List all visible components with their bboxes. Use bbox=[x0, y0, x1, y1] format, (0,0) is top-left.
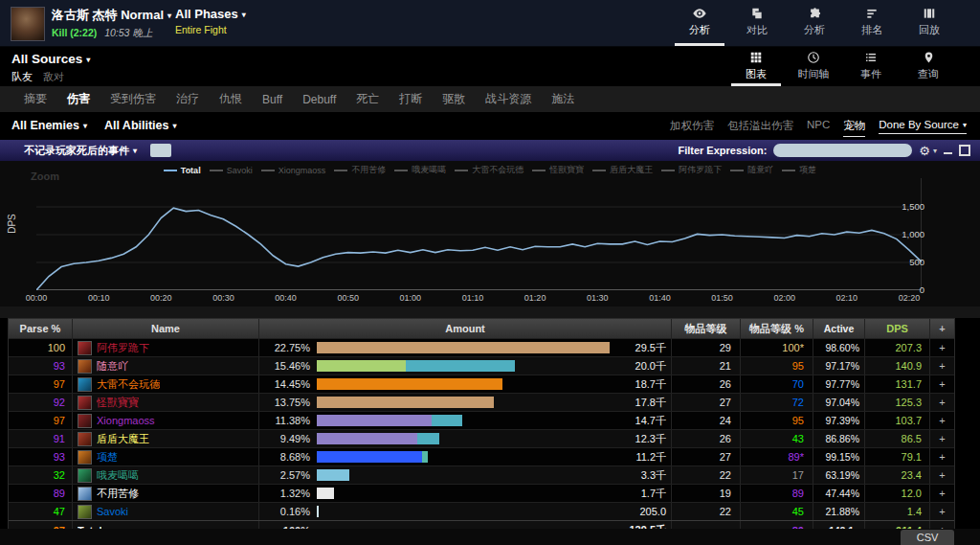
legend-item-Xiongmaoss[interactable]: Xiongmaoss bbox=[261, 166, 326, 175]
ilvl-parse-value[interactable]: 72 bbox=[792, 397, 804, 408]
parse-value[interactable]: 93 bbox=[54, 451, 65, 463]
column-header-+[interactable]: + bbox=[930, 319, 954, 338]
column-header-物品等级 %[interactable]: 物品等级 % bbox=[741, 319, 813, 338]
death-cutoff-input[interactable] bbox=[150, 144, 171, 157]
subnav-item-事件[interactable]: 事件 bbox=[842, 50, 900, 84]
tab-死亡[interactable]: 死亡 bbox=[356, 91, 379, 107]
tab-战斗资源[interactable]: 战斗资源 bbox=[485, 91, 531, 107]
expand-row-button[interactable]: + bbox=[930, 485, 954, 502]
ilvl-parse-value[interactable]: 45 bbox=[792, 506, 804, 517]
filter-link-Done By Source[interactable]: Done By Source bbox=[879, 119, 967, 134]
ilvl-parse-value[interactable]: 70 bbox=[792, 378, 804, 390]
parse-value[interactable]: 89 bbox=[54, 488, 65, 499]
ilvl-parse-value[interactable]: 89* bbox=[788, 451, 804, 463]
legend-item-不用苦修[interactable]: 不用苦修 bbox=[334, 164, 386, 176]
expand-row-button[interactable]: + bbox=[930, 503, 954, 520]
parse-value[interactable]: 93 bbox=[54, 360, 65, 372]
parse-value[interactable]: 92 bbox=[54, 397, 65, 408]
filter-link-宠物[interactable]: 宠物 bbox=[843, 119, 865, 137]
ilvl-parse-value[interactable]: 89 bbox=[792, 488, 804, 499]
tab-驱散[interactable]: 驱散 bbox=[442, 91, 465, 107]
friendlies-link[interactable]: 队友 bbox=[11, 71, 33, 82]
expand-row-button[interactable]: + bbox=[930, 430, 954, 447]
gear-icon[interactable]: ⚙ bbox=[919, 145, 930, 157]
tab-伤害[interactable]: 伤害 bbox=[67, 91, 90, 107]
phase-dropdown[interactable]: All Phases bbox=[175, 7, 246, 21]
ilvl-parse-value[interactable]: 100* bbox=[782, 342, 804, 353]
player-name[interactable]: 阿伟罗跪下 bbox=[97, 341, 149, 355]
legend-item-Total[interactable]: Total bbox=[164, 166, 201, 175]
expand-row-button[interactable]: + bbox=[930, 412, 954, 429]
parse-value[interactable]: 97 bbox=[54, 378, 65, 390]
tab-摘要[interactable]: 摘要 bbox=[24, 91, 47, 107]
parse-value[interactable]: 97 bbox=[54, 415, 65, 426]
nav-item-排名[interactable]: 排名 bbox=[843, 6, 901, 42]
nav-item-分析[interactable]: 分析 bbox=[671, 6, 728, 42]
tab-治疗[interactable]: 治疗 bbox=[176, 91, 199, 107]
parse-value[interactable]: 47 bbox=[54, 506, 65, 517]
expand-row-button[interactable]: + bbox=[930, 394, 954, 411]
player-name[interactable]: 不用苦修 bbox=[97, 487, 139, 501]
legend-item-阿伟罗跪下[interactable]: 阿伟罗跪下 bbox=[661, 164, 722, 176]
tab-受到伤害[interactable]: 受到伤害 bbox=[110, 91, 156, 107]
expand-row-button[interactable]: + bbox=[930, 375, 954, 393]
tab-仇恨[interactable]: 仇恨 bbox=[219, 91, 242, 107]
column-header-Active[interactable]: Active bbox=[813, 319, 865, 338]
filter-link-NPC[interactable]: NPC bbox=[807, 119, 830, 133]
subnav-item-查询[interactable]: 查询 bbox=[900, 50, 957, 84]
legend-item-盾盾大魔王[interactable]: 盾盾大魔王 bbox=[592, 164, 653, 176]
nav-item-对比[interactable]: 对比 bbox=[728, 6, 786, 42]
tab-打断[interactable]: 打断 bbox=[399, 91, 422, 107]
player-name[interactable]: 随意吖 bbox=[97, 359, 128, 374]
filter-link-包括溢出伤害[interactable]: 包括溢出伤害 bbox=[727, 119, 793, 136]
tab-施法[interactable]: 施法 bbox=[551, 91, 574, 107]
enemies-link[interactable]: 敌对 bbox=[43, 71, 64, 82]
legend-item-大雷不会玩德[interactable]: 大雷不会玩德 bbox=[455, 164, 523, 176]
player-name[interactable]: 哦麦噶噶 bbox=[97, 468, 139, 483]
filter-link-加权伤害[interactable]: 加权伤害 bbox=[670, 119, 714, 136]
boss-dropdown[interactable]: 洛古斯 杰特 Normal bbox=[52, 7, 171, 24]
tab-Buff[interactable]: Buff bbox=[262, 93, 282, 106]
column-header-Amount[interactable]: Amount bbox=[259, 319, 672, 338]
column-header-Name[interactable]: Name bbox=[73, 319, 259, 338]
legend-item-Savoki[interactable]: Savoki bbox=[210, 166, 253, 175]
csv-button[interactable]: CSV bbox=[901, 530, 954, 545]
legend-item-随意吖[interactable]: 随意吖 bbox=[730, 164, 773, 176]
sources-dropdown[interactable]: All Sources bbox=[11, 52, 90, 66]
events-after-death-dropdown[interactable]: 不记录玩家死后的事件 bbox=[24, 144, 137, 158]
player-name[interactable]: Savoki bbox=[97, 506, 128, 517]
column-header-Parse %[interactable]: Parse % bbox=[9, 319, 73, 338]
expand-row-button[interactable]: + bbox=[930, 448, 954, 466]
maximize-icon[interactable] bbox=[959, 145, 970, 156]
player-name[interactable]: 怪獸寶寶 bbox=[97, 396, 139, 410]
parse-value[interactable]: 100 bbox=[48, 342, 65, 353]
gear-caret-icon[interactable]: ▾ bbox=[933, 147, 937, 155]
legend-item-哦麦噶噶[interactable]: 哦麦噶噶 bbox=[394, 164, 446, 176]
parse-value[interactable]: 32 bbox=[54, 469, 65, 481]
minimize-icon[interactable] bbox=[944, 152, 952, 154]
player-name[interactable]: 大雷不会玩德 bbox=[97, 377, 160, 392]
ilvl-parse-value[interactable]: 17 bbox=[792, 469, 804, 481]
subnav-item-图表[interactable]: 图表 bbox=[727, 50, 785, 84]
all-enemies-dropdown[interactable]: All Enemies bbox=[11, 119, 87, 132]
all-abilities-dropdown[interactable]: All Abilities bbox=[104, 119, 177, 132]
player-name[interactable]: 项楚 bbox=[97, 450, 118, 465]
ilvl-parse-value[interactable]: 95 bbox=[792, 360, 804, 372]
player-name[interactable]: 盾盾大魔王 bbox=[97, 432, 149, 446]
nav-item-回放[interactable]: 回放 bbox=[901, 6, 958, 42]
expand-row-button[interactable]: + bbox=[930, 339, 954, 356]
nav-item-分析[interactable]: 分析 bbox=[786, 6, 843, 42]
column-header-DPS[interactable]: DPS bbox=[865, 319, 930, 338]
ilvl-parse-value[interactable]: 43 bbox=[792, 433, 804, 444]
chart-plot[interactable] bbox=[36, 178, 922, 290]
expand-row-button[interactable]: + bbox=[930, 466, 954, 484]
tab-Debuff[interactable]: Debuff bbox=[302, 93, 336, 106]
player-name[interactable]: Xiongmaoss bbox=[97, 415, 155, 426]
subnav-item-时间轴[interactable]: 时间轴 bbox=[785, 50, 842, 84]
legend-item-怪獸寶寶[interactable]: 怪獸寶寶 bbox=[532, 164, 584, 176]
expand-row-button[interactable]: + bbox=[930, 357, 954, 375]
filter-expression-input[interactable] bbox=[773, 144, 912, 157]
legend-item-项楚[interactable]: 项楚 bbox=[782, 164, 816, 176]
ilvl-parse-value[interactable]: 95 bbox=[792, 415, 804, 426]
column-header-物品等级[interactable]: 物品等级 bbox=[672, 319, 741, 338]
